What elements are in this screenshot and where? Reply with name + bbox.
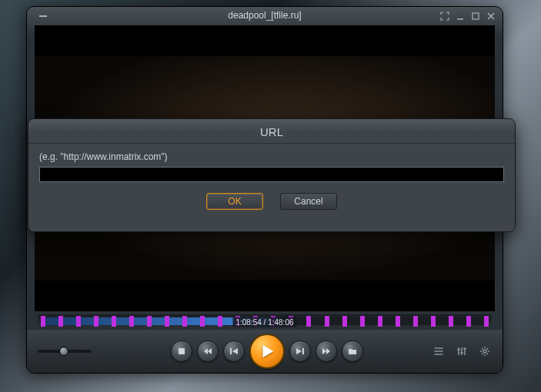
settings-icon[interactable]	[478, 344, 492, 358]
svg-rect-5	[302, 348, 304, 354]
system-menu-icon[interactable]	[38, 11, 48, 22]
ok-button[interactable]: OK	[206, 193, 263, 210]
equalizer-icon[interactable]	[455, 344, 469, 358]
titlebar: deadpool_[tfile.ru]	[27, 7, 503, 25]
svg-rect-1	[457, 18, 463, 20]
seekbar[interactable]: 1:08:54 / 1:48:06	[38, 314, 492, 328]
next-button[interactable]	[289, 341, 311, 362]
url-input[interactable]	[39, 167, 504, 182]
volume-slider[interactable]	[38, 350, 92, 353]
play-button[interactable]	[249, 334, 285, 369]
prev-button[interactable]	[223, 341, 245, 362]
svg-rect-0	[39, 15, 47, 17]
svg-rect-3	[179, 348, 185, 354]
playlist-icon[interactable]	[432, 344, 446, 358]
svg-rect-2	[473, 13, 479, 19]
svg-rect-4	[230, 348, 232, 354]
maximize-icon[interactable]	[470, 11, 481, 22]
minimize-icon[interactable]	[455, 11, 466, 22]
close-icon[interactable]	[486, 11, 496, 22]
controls	[27, 330, 503, 373]
timestamp: 1:08:54 / 1:48:06	[232, 317, 296, 327]
dialog-hint: (e.g. "http://www.inmatrix.com")	[39, 151, 504, 162]
fullscreen-icon[interactable]	[439, 11, 450, 22]
open-button[interactable]	[342, 341, 363, 362]
url-dialog: URL (e.g. "http://www.inmatrix.com") OK …	[28, 118, 516, 232]
window-title: deadpool_[tfile.ru]	[27, 10, 503, 21]
cancel-button[interactable]: Cancel	[280, 193, 337, 210]
stop-button[interactable]	[171, 341, 192, 362]
svg-point-6	[483, 350, 486, 353]
dialog-title: URL	[28, 119, 515, 143]
volume-knob[interactable]	[59, 347, 68, 356]
rewind-button[interactable]	[197, 341, 219, 362]
fastforward-button[interactable]	[316, 341, 337, 362]
